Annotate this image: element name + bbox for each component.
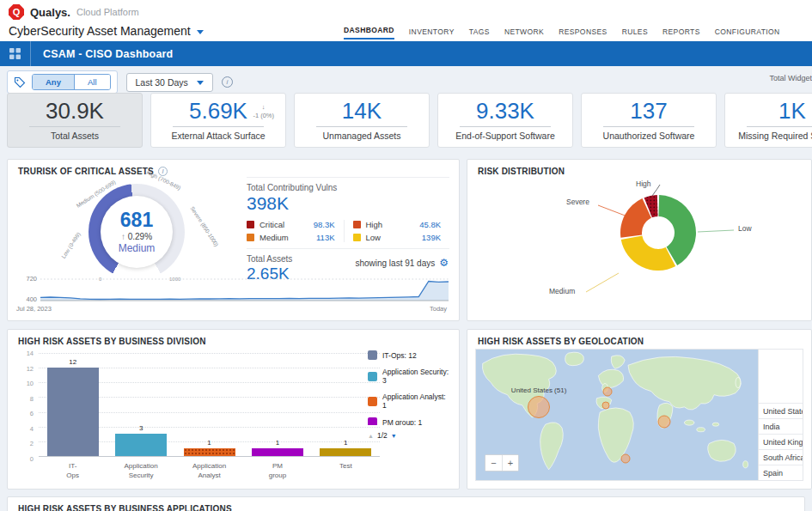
bar-test[interactable]: 1 [312,353,380,456]
down-arrow-icon: ↓ [262,103,266,111]
donut-label-low: Low [738,224,752,233]
kpi-divider [747,126,812,127]
tab-inventory[interactable]: INVENTORY [409,27,455,40]
brand-suffix: Cloud Platform [76,7,139,17]
kpi-unauthorized-software[interactable]: 137 Unauthorized Software [581,93,717,148]
total-widget-label: Total Widget [769,74,812,82]
map-marker-india[interactable] [658,416,671,429]
product-switcher[interactable]: CyberSecurity Asset Management [9,24,204,38]
tab-network[interactable]: NETWORK [504,27,544,40]
tab-configuration[interactable]: CONFIGURATION [715,27,780,40]
date-range-value: Last 30 Days [136,77,188,88]
dashboard-grid-button[interactable] [0,41,31,66]
tab-reports[interactable]: REPORTS [662,27,700,40]
kpi-unmanaged-assets[interactable]: 14K Unmanaged Assets [294,93,430,148]
tag-match-any-button[interactable]: Any [33,75,74,89]
map-marker-spain[interactable] [602,401,610,409]
geo-country-list: United States India United Kingdom South… [758,350,803,480]
tab-responses[interactable]: RESPONSES [559,27,607,40]
gauge-ring: 681 ↑ 0.29% Medium [89,184,185,280]
tab-dashboard[interactable]: DASHBOARD [344,26,394,40]
grid-icon [9,48,21,59]
info-icon[interactable]: i [222,76,233,88]
kpi-missing-required-software[interactable]: 1K Missing Required Software ↓-1 (0%) [724,93,812,148]
gear-icon[interactable]: ⚙ [439,257,449,269]
geo-row-south-africa[interactable]: South Africa [759,449,803,465]
geo-row-spain[interactable]: Spain [759,465,803,480]
kpi-external-attack-surface[interactable]: 5.69K External Attack Surface ↓-1 (0%) [150,93,286,148]
high-swatch [353,221,361,228]
kpi-label: End-of-Support Software [455,131,555,141]
tag-filter-box: Any All [7,70,118,94]
chevron-down-icon [197,81,204,85]
legend-application-security[interactable]: Application Security: 3 [368,368,450,385]
legend-pager: ▲ 1/2 ▼ [368,431,450,440]
gauge-band-label-severe: Severe (850-1000) [189,205,219,247]
trurisk-trend-chart [40,278,449,301]
legend-pm-group[interactable]: PM group: 1 [368,417,450,425]
geo-row-united-kingdom[interactable]: United Kingdom [759,434,803,449]
page-down-icon[interactable]: ▼ [391,433,397,439]
trurisk-band: Medium [119,242,156,254]
tab-rules[interactable]: RULES [622,27,648,40]
trurisk-delta: ↑ 0.29% [121,232,152,241]
tag-match-toggle: Any All [32,74,111,90]
medium-swatch [247,234,254,241]
kpi-end-of-support-software[interactable]: 9.33K End-of-Support Software [437,93,573,148]
map-zoom-controls: − + [485,454,519,471]
geo-row-india[interactable]: India [759,418,803,434]
bar-pm-group[interactable]: 1 [243,353,311,456]
kpi-label: Missing Required Software [738,131,812,141]
bar-application-security[interactable]: 3 [107,353,174,456]
panel-title: TruRisk of Critical Assets i [8,160,459,176]
kpi-divider [29,126,120,127]
world-map[interactable]: United States (51) United States India U… [475,349,803,481]
total-contributing-vulns-value: 398K [247,193,449,214]
kpi-divider [173,126,264,127]
zoom-in-button[interactable]: + [502,455,518,471]
map-marker-united-states[interactable] [528,396,550,418]
legend-application-analyst[interactable]: Application Analyst: 1 [368,392,450,410]
us-marker-label: United States (51) [511,386,566,394]
kpi-divider [460,126,551,127]
map-marker-united-kingdom[interactable] [602,386,612,396]
geo-row-united-states[interactable]: United States [759,403,803,418]
panel-risk-distribution: Risk Distribution High Severe Low Medium [467,159,812,321]
critical-swatch [247,221,254,228]
risk-distribution-donut[interactable] [467,179,811,307]
kpi-row: 30.9K Total Assets 5.69K External Attack… [7,93,812,148]
trend-start-label: Jul 28, 2023 [16,305,52,313]
tag-match-all-button[interactable]: All [74,75,110,89]
bar-it-ops[interactable]: 12 [39,353,107,456]
brand-name: Qualys. [30,6,70,19]
kpi-value: 30.9K [46,100,104,123]
donut-label-high: High [636,179,650,188]
panel-title: High Risk Assets by Business Division [8,330,459,346]
panel-high-risk-by-business-division: High Risk Assets by Business Division 02… [7,329,460,490]
top-header: Q Qualys. Cloud Platform CyberSecurity A… [0,0,812,41]
kpi-total-assets[interactable]: 30.9K Total Assets [7,93,143,148]
gauge-band-label-low: Low (0-499) [60,231,82,259]
gauge-center: 681 ↑ 0.29% Medium [101,196,173,268]
donut-label-severe: Severe [566,198,589,206]
kpi-value: 137 [630,100,667,123]
legend-low[interactable]: Low 139K [353,233,450,242]
trend-ymin-label: 400 [15,295,37,303]
panel-high-risk-by-business-applications: High Risk Assets by Business Application… [7,496,805,511]
tab-tags[interactable]: TAGS [469,27,490,40]
date-range-select[interactable]: Last 30 Days [126,73,213,92]
zoom-out-button[interactable]: − [485,455,502,471]
legend-high[interactable]: High 45.8K [353,220,450,229]
qualys-logo-icon: Q [9,4,24,20]
legend-it-ops[interactable]: IT-Ops: 12 [368,350,450,360]
dashboard-title: CSAM - CISO Dashboard [43,48,173,60]
donut-label-medium: Medium [549,287,575,295]
low-swatch [353,234,361,241]
map-marker-south-africa[interactable] [621,453,631,463]
legend-critical[interactable]: Critical 98.3K [247,220,344,229]
bar-plot: 12 3 1 1 1 [39,353,380,457]
qualys-logo: Q Qualys. Cloud Platform [9,4,139,20]
legend-medium[interactable]: Medium 113K [247,233,344,242]
bar-application-analyst[interactable]: 1 [175,353,243,456]
legend-clipped-row: PM group: 1 [368,417,450,425]
